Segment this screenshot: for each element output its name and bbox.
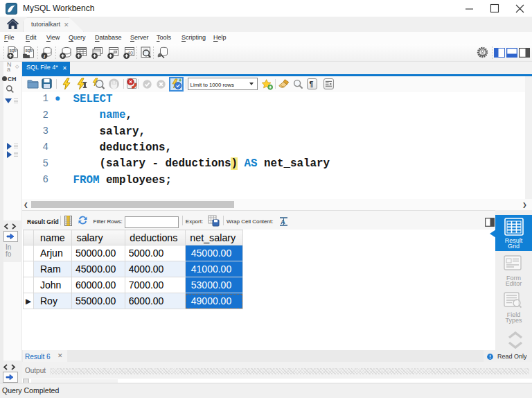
svg-text:SQL: SQL	[10, 49, 17, 53]
svg-text:A: A	[281, 218, 285, 225]
svg-text:SQL: SQL	[26, 49, 33, 53]
